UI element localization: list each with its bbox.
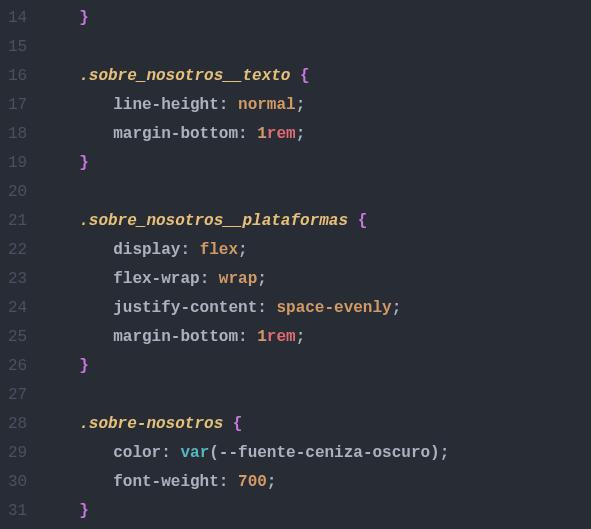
token-semi: ; <box>267 473 277 491</box>
token-prop: font-weight <box>113 473 219 491</box>
token-plain <box>228 96 238 114</box>
code-line[interactable] <box>45 33 591 62</box>
code-line[interactable]: line-height: normal; <box>45 91 591 120</box>
token-prop: flex-wrap <box>113 270 199 288</box>
code-line[interactable]: } <box>45 4 591 33</box>
line-number: 19 <box>8 149 27 178</box>
token-val-unit: rem <box>267 328 296 346</box>
token-punct: : <box>180 241 190 259</box>
token-punct: : <box>200 270 210 288</box>
token-plain <box>248 125 258 143</box>
token-semi: ; <box>257 270 267 288</box>
token-val-keyword: wrap <box>219 270 257 288</box>
line-number: 17 <box>8 91 27 120</box>
token-plain <box>228 473 238 491</box>
token-prop: margin-bottom <box>113 125 238 143</box>
token-prop: display <box>113 241 180 259</box>
code-line[interactable]: .sobre_nosotros__plataformas { <box>45 207 591 236</box>
token-brace: } <box>79 154 89 172</box>
code-line[interactable]: justify-content: space-evenly; <box>45 294 591 323</box>
line-number: 20 <box>8 178 27 207</box>
token-punct: : <box>238 125 248 143</box>
token-brace: } <box>79 357 89 375</box>
token-plain <box>190 241 200 259</box>
token-brace: } <box>79 9 89 27</box>
token-semi: ; <box>296 125 306 143</box>
token-semi: ; <box>296 328 306 346</box>
line-number: 21 <box>8 207 27 236</box>
token-punct: ) <box>430 444 440 462</box>
token-prop: color <box>113 444 161 462</box>
token-semi: ; <box>296 96 306 114</box>
token-var-arg: --fuente-ceniza-oscuro <box>219 444 430 462</box>
line-number: 15 <box>8 33 27 62</box>
token-selector: .sobre_nosotros__plataformas <box>79 212 348 230</box>
line-number: 22 <box>8 236 27 265</box>
token-val-num: 700 <box>238 473 267 491</box>
code-line[interactable]: color: var(--fuente-ceniza-oscuro); <box>45 439 591 468</box>
line-number: 24 <box>8 294 27 323</box>
token-plain <box>248 328 258 346</box>
code-line[interactable]: .sobre-nosotros { <box>45 410 591 439</box>
token-punct: : <box>161 444 171 462</box>
token-plain <box>171 444 181 462</box>
token-prop: justify-content <box>113 299 257 317</box>
code-line[interactable]: display: flex; <box>45 236 591 265</box>
token-semi: ; <box>238 241 248 259</box>
code-line[interactable]: .sobre_nosotros__texto { <box>45 62 591 91</box>
token-val-unit: rem <box>267 125 296 143</box>
code-line[interactable] <box>45 178 591 207</box>
line-number: 18 <box>8 120 27 149</box>
code-line[interactable]: margin-bottom: 1rem; <box>45 323 591 352</box>
token-brace: { <box>233 415 243 433</box>
line-number: 25 <box>8 323 27 352</box>
token-plain <box>209 270 219 288</box>
token-punct: : <box>219 96 229 114</box>
token-prop: line-height <box>113 96 219 114</box>
line-number: 27 <box>8 381 27 410</box>
code-line[interactable]: } <box>45 149 591 178</box>
code-line[interactable]: } <box>45 497 591 526</box>
token-prop: margin-bottom <box>113 328 238 346</box>
line-number: 29 <box>8 439 27 468</box>
token-val-num: 1 <box>257 125 267 143</box>
code-line[interactable]: flex-wrap: wrap; <box>45 265 591 294</box>
token-brace: } <box>79 502 89 520</box>
token-punct: : <box>219 473 229 491</box>
token-val-keyword: normal <box>238 96 296 114</box>
token-selector: .sobre_nosotros__texto <box>79 67 290 85</box>
line-number: 23 <box>8 265 27 294</box>
token-brace: { <box>300 67 310 85</box>
token-plain <box>267 299 277 317</box>
line-number: 16 <box>8 62 27 91</box>
token-selector: .sobre-nosotros <box>79 415 223 433</box>
token-semi: ; <box>392 299 402 317</box>
token-func: var <box>180 444 209 462</box>
token-brace: { <box>358 212 368 230</box>
token-punct: : <box>257 299 267 317</box>
line-number: 28 <box>8 410 27 439</box>
code-line[interactable] <box>45 381 591 410</box>
line-number: 14 <box>8 4 27 33</box>
line-number: 31 <box>8 497 27 526</box>
line-number-gutter: 141516171819202122232425262728293031 <box>0 0 45 529</box>
line-number: 30 <box>8 468 27 497</box>
token-plain <box>348 212 358 230</box>
token-semi: ; <box>440 444 450 462</box>
code-line[interactable]: } <box>45 352 591 381</box>
token-val-keyword: flex <box>200 241 238 259</box>
code-line[interactable]: font-weight: 700; <box>45 468 591 497</box>
token-punct: ( <box>209 444 219 462</box>
code-editor-content[interactable]: } .sobre_nosotros__texto {line-height: n… <box>45 0 591 529</box>
token-plain <box>223 415 233 433</box>
token-val-num: 1 <box>257 328 267 346</box>
token-val-keyword: space-evenly <box>276 299 391 317</box>
code-line[interactable]: margin-bottom: 1rem; <box>45 120 591 149</box>
line-number: 26 <box>8 352 27 381</box>
token-punct: : <box>238 328 248 346</box>
token-plain <box>290 67 300 85</box>
